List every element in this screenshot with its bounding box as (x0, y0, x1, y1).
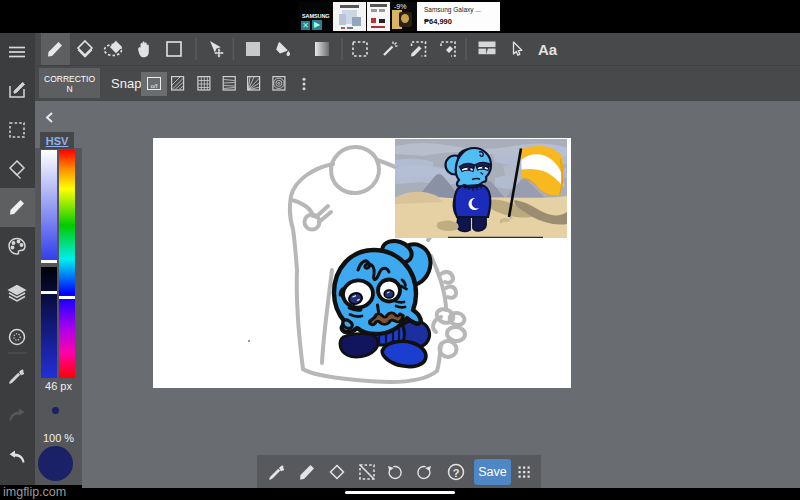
svg-text:?: ? (453, 467, 460, 479)
svg-text:Aa: Aa (538, 41, 558, 58)
